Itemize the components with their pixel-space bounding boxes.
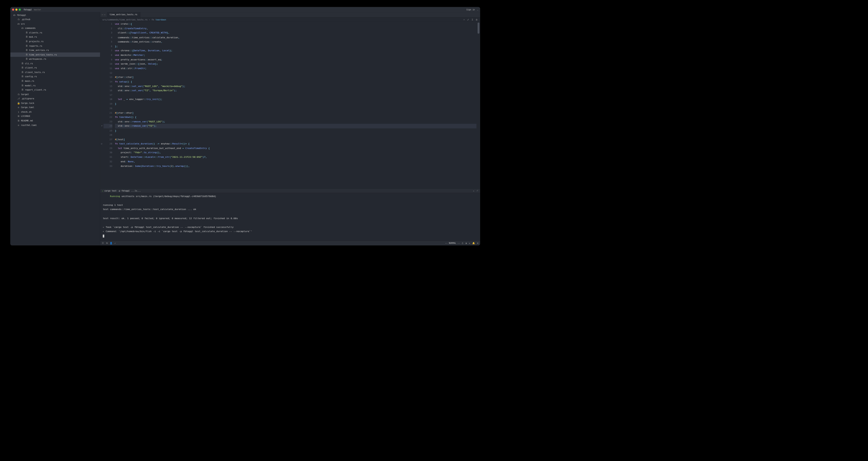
status-person-icon[interactable]: 👤 [110, 242, 113, 244]
close-icon[interactable] [12, 8, 14, 10]
code-line[interactable]: } [115, 102, 476, 106]
text-cursor-icon[interactable]: Ꮖ [472, 18, 473, 21]
tree-item-commands[interactable]: 🗁commands [10, 26, 100, 31]
search-icon[interactable]: ⌕ [463, 18, 465, 21]
nav-back-icon[interactable]: ← [102, 13, 103, 16]
plus-icon[interactable]: ＋ [473, 189, 475, 192]
tree-item-time-entries-tests-rs[interactable]: 🖹time_entries_tests.rs [10, 53, 100, 57]
tree-item-Cargo-lock[interactable]: 🔒Cargo.lock [10, 101, 100, 105]
code-line[interactable]: #[ctor::ctor] [115, 75, 476, 79]
terminal-title[interactable]: cargo test -p fbtoggl ...lc... [104, 190, 141, 192]
code-line[interactable]: start: DateTime::<Local>::from_str("2021… [115, 155, 476, 159]
code-line[interactable]: std::env::set_var("RUST_LOG", "mockito=d… [115, 84, 476, 89]
code-line[interactable]: use mockito::Matcher; [115, 53, 476, 58]
code-line[interactable] [115, 71, 476, 75]
code-line[interactable] [115, 93, 476, 97]
code-line[interactable]: #[ctor::dtor] [115, 111, 476, 115]
code-line[interactable]: use crate::{ [115, 22, 476, 26]
status-list-icon[interactable]: ☰ [102, 242, 104, 244]
code-line[interactable]: }; [115, 44, 476, 49]
tree-item-config-rs[interactable]: 🖹config.rs [10, 74, 100, 79]
tree-item-LICENSE[interactable]: 🗎LICENSE [10, 114, 100, 119]
code-line[interactable]: fn test_calculate_duration() -> anyhow::… [115, 141, 476, 146]
code-editor[interactable]: ⚡▷ 1234567891011121314151617181920212223… [100, 22, 480, 189]
tree-item-src[interactable]: 🗁src [10, 22, 100, 26]
terminal-tab-bar: ✓ cargo test -p fbtoggl ...lc... ＋ ⤢ [100, 189, 480, 193]
code-line[interactable]: fn teardown() { [115, 115, 476, 120]
minimap-scrollbar[interactable] [477, 23, 479, 33]
maximize-icon[interactable]: ⤢ [476, 189, 478, 192]
tree-item-check-sh[interactable]: ❯check.sh [10, 110, 100, 114]
terminal-output[interactable]: Running unittests src/main.rs (target/de… [100, 193, 480, 240]
code-line[interactable]: use chrono::{DateTime, Duration, Local}; [115, 48, 476, 53]
tree-item-model-rs[interactable]: 🖹model.rs [10, 84, 100, 88]
project-name[interactable]: fbtoggl [23, 8, 32, 11]
tree-item-workspaces-rs[interactable]: 🖹workspaces.rs [10, 57, 100, 61]
tab-active[interactable]: time_entries_tests.rs [107, 12, 140, 17]
tree-item--gitignore[interactable]: ⎇.gitignore [10, 96, 100, 101]
status-gear-icon[interactable]: ⚙ [477, 242, 478, 244]
sign-in-button[interactable]: Sign in [466, 8, 476, 11]
expand-icon[interactable]: ⤢ [467, 18, 469, 21]
line-number: 33 [104, 164, 113, 168]
code-line[interactable]: } [115, 128, 476, 133]
code-line[interactable]: std::env::remove_var("TZ"); [115, 124, 476, 129]
status-check-icon[interactable]: ✓ [115, 242, 116, 244]
md-icon: 🗎 [17, 120, 20, 122]
tree-label: fbtoggl [17, 13, 26, 16]
gear-icon: ⚙ [17, 106, 20, 109]
tree-item--github[interactable]: 🗀.github [10, 17, 100, 22]
tree-item-mod-rs[interactable]: 🖹mod.rs [10, 35, 100, 39]
status-tree-icon[interactable]: ⧉ [106, 242, 108, 244]
branch-name[interactable]: master [34, 8, 41, 11]
tree-item-target[interactable]: 🗀target [10, 92, 100, 97]
code-line[interactable]: use serde_json::{json, Value}; [115, 62, 476, 66]
tree-item-README-md[interactable]: 🗎README.md [10, 119, 100, 123]
tree-label: target [21, 93, 29, 95]
tree-item-main-rs[interactable]: 🖹main.rs [10, 79, 100, 84]
chevron-down-icon[interactable]: ⌄ [477, 8, 478, 11]
status-bell-icon[interactable]: 🔔 [472, 242, 475, 244]
sliders-icon[interactable]: ⫛ [475, 18, 478, 21]
code-line[interactable]: commands::time_entries::create, [115, 40, 476, 44]
code-line[interactable]: let _ = env_logger::try_init(); [115, 97, 476, 102]
tree-item-projects-rs[interactable]: 🖹projects.rs [10, 39, 100, 44]
line-number: 11 [104, 66, 113, 71]
code-line[interactable]: let time_entry_with_duration_but_without… [115, 146, 476, 151]
file-tree[interactable]: 🗁fbtoggl🗀.github🗁src🗁commands🖹clients.rs… [10, 12, 100, 245]
tree-item-Cargo-toml[interactable]: ⚙Cargo.toml [10, 105, 100, 110]
minimize-icon[interactable] [15, 8, 17, 10]
code-line[interactable]: commands::time_entries::calculate_durati… [115, 35, 476, 40]
tree-item-rustfmt-toml[interactable]: ⚙rustfmt.toml [10, 123, 100, 128]
tree-item-time-entries-rs[interactable]: 🖹time_entries.rs [10, 48, 100, 53]
tree-item-clients-rs[interactable]: 🖹clients.rs [10, 31, 100, 35]
code-line[interactable] [115, 133, 476, 137]
status-printer-icon[interactable]: ⎙ [462, 242, 463, 244]
code-line[interactable]: project: "fkbr".to_string(), [115, 151, 476, 155]
code-line[interactable]: cli::CreateTimeEntry, [115, 26, 476, 31]
nav-forward-icon[interactable]: → [104, 13, 105, 16]
tree-item-cli-rs[interactable]: 🖹cli.rs [10, 61, 100, 66]
tree-item-fbtoggl[interactable]: 🗁fbtoggl [10, 13, 100, 18]
status-square-icon[interactable]: ◪ [466, 242, 467, 244]
code-line[interactable]: duration: Some(Duration::try_hours(2).un… [115, 164, 476, 168]
code-line[interactable]: #[test] [115, 137, 476, 142]
code-line[interactable] [115, 106, 476, 111]
status-refresh-icon[interactable]: ↻ [469, 242, 470, 244]
tree-item-reports-rs[interactable]: 🖹reports.rs [10, 43, 100, 48]
code-line[interactable]: fn setup() { [115, 79, 476, 84]
tree-label: model.rs [25, 84, 36, 87]
code-line[interactable]: std::env::remove_var("RUST_LOG"); [115, 120, 476, 124]
code-line[interactable]: client::{TogglClient, CREATED_WITH}, [115, 31, 476, 35]
zoom-icon[interactable] [19, 8, 21, 10]
code-line[interactable]: use pretty_assertions::assert_eq; [115, 58, 476, 62]
tree-label: reports.rs [29, 44, 42, 47]
code-line[interactable]: use std::str::FromStr; [115, 66, 476, 71]
tree-label: mod.rs [29, 36, 37, 38]
code-line[interactable]: std::env::set_var("TZ", "Europe/Berlin")… [115, 88, 476, 93]
tree-item-report-client-rs[interactable]: 🖹report_client.rs [10, 88, 100, 92]
tree-item-client-tests-rs[interactable]: 🖹client_tests.rs [10, 70, 100, 75]
code-line[interactable]: end: None, [115, 159, 476, 164]
tree-item-client-rs[interactable]: 🖹client.rs [10, 66, 100, 70]
breadcrumb[interactable]: src/commands/time_entries_tests.rs › fn … [100, 18, 480, 22]
